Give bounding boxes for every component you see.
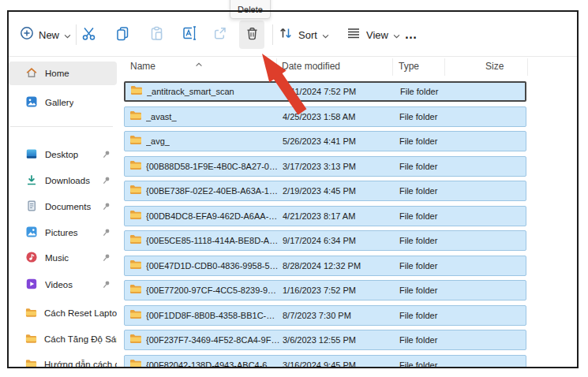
sidebar-item-label: Music — [45, 253, 69, 263]
view-button[interactable]: View — [341, 21, 405, 49]
downloads-icon — [25, 174, 38, 188]
sidebar-item-label: Downloads — [45, 176, 90, 185]
file-row[interactable]: {00E77200-97CF-4CC5-8239-99C2D7942... 1/… — [124, 280, 526, 300]
scissors-icon — [81, 26, 96, 44]
file-type: File folder — [399, 236, 437, 245]
file-row[interactable]: _avg_ 5/26/2023 4:41 PM File folder — [124, 131, 526, 151]
sort-ascending-icon — [195, 56, 203, 70]
file-name: {00E77200-97CF-4CC5-8239-99C2D7942... — [146, 286, 280, 295]
screenshot-canvas: New — [0, 0, 588, 377]
copy-button[interactable] — [110, 21, 134, 49]
file-type: File folder — [399, 311, 437, 320]
new-button[interactable]: New — [15, 21, 76, 49]
column-separator[interactable] — [527, 58, 528, 76]
sidebar-item-gallery[interactable]: Gallery — [9, 91, 117, 114]
rename-button[interactable] — [178, 21, 201, 49]
sidebar-item-folder[interactable]: Hướng dẫn cách đổ — [9, 353, 117, 368]
folder-icon — [129, 134, 142, 148]
folder-icon — [129, 259, 142, 273]
chevron-down-icon — [64, 28, 71, 42]
file-date-modified: 1/16/2023 7:52 PM — [283, 286, 356, 295]
file-type: File folder — [399, 186, 437, 196]
sidebar-item-pictures[interactable]: Pictures — [9, 221, 117, 244]
file-row[interactable]: {00F82042-138D-4943-ABC4-6BB5E9B8F... 3/… — [124, 355, 526, 369]
delete-button[interactable] — [239, 21, 264, 49]
sidebar-item-label: Cách Tăng Độ Sáng — [44, 334, 117, 344]
file-type: File folder — [399, 286, 437, 295]
folder-icon — [25, 334, 37, 345]
file-row[interactable]: {00B88D58-1F9E-4B0C-8A27-0D86849F4... 3/… — [124, 156, 526, 177]
file-name: {00BE738F-02E2-40EB-A63A-191690E61... — [146, 186, 280, 196]
file-type: File folder — [399, 136, 437, 146]
column-header-type[interactable]: Type — [399, 61, 419, 72]
folder-icon — [130, 84, 143, 99]
file-date-modified: 2/19/2023 4:45 PM — [283, 186, 356, 196]
file-row[interactable]: {00E5CE85-1118-414A-BE8D-AD441DBF... 9/1… — [124, 230, 526, 251]
file-date-modified: 5/26/2023 4:41 PM — [283, 136, 356, 146]
sidebar-item-music[interactable]: Music — [9, 246, 117, 270]
column-separator[interactable] — [444, 58, 445, 76]
paste-button[interactable] — [144, 21, 168, 49]
file-type: File folder — [400, 87, 438, 96]
column-header-date[interactable]: Date modified — [282, 61, 340, 72]
file-name: {00F237F7-3469-4F52-8CA4-9F4CFF0CB3... — [146, 335, 280, 345]
file-date-modified: 8/28/2024 12:32 PM — [283, 261, 361, 271]
sidebar-item-downloads[interactable]: Downloads — [9, 169, 117, 192]
sidebar-item-label: Videos — [45, 280, 73, 289]
column-header-size[interactable]: Size — [485, 61, 504, 72]
file-name: _antitrack_smart_scan — [147, 87, 234, 96]
sidebar-item-label: Hướng dẫn cách đổ — [44, 360, 117, 368]
file-type: File folder — [399, 335, 437, 345]
file-date-modified: 3/6/2023 12:55 PM — [283, 335, 356, 345]
file-row[interactable]: {00BE738F-02E2-40EB-A63A-191690E61... 2/… — [124, 181, 526, 201]
file-row[interactable]: {00F1DD8F-8B0B-4358-BB1C-AAC0B3BA... 8/7… — [124, 305, 526, 326]
sidebar-item-label: Home — [45, 69, 69, 78]
sort-button[interactable]: Sort — [273, 21, 334, 49]
cut-button[interactable] — [77, 21, 100, 49]
folder-icon — [129, 209, 142, 223]
pin-icon — [102, 150, 110, 161]
plus-circle-icon — [20, 26, 34, 43]
file-date-modified: 4/25/2023 1:58 AM — [283, 112, 355, 121]
file-name: {00F82042-138D-4943-ABC4-6BB5E9B8F... — [146, 360, 280, 369]
sidebar-item-desktop[interactable]: Desktop — [9, 143, 117, 166]
column-header-name[interactable]: Name — [130, 61, 155, 72]
file-row[interactable]: {00E47D1D-CDB0-4836-9958-501B7FE43... 8/… — [124, 256, 526, 276]
folder-icon — [129, 283, 142, 297]
folder-icon — [129, 184, 142, 198]
file-date-modified: 4/21/2023 8:17 AM — [283, 211, 355, 221]
delete-tooltip: Delete — [230, 0, 271, 19]
file-row[interactable]: {00F237F7-3469-4F52-8CA4-9F4CFF0CB3... 3… — [124, 330, 526, 350]
sidebar-item-videos[interactable]: Videos — [9, 273, 117, 297]
folder-icon — [129, 159, 142, 174]
sort-label: Sort — [298, 29, 317, 41]
file-name: {00E47D1D-CDB0-4836-9958-501B7FE43... — [146, 261, 280, 271]
sidebar-item-folder[interactable]: Cách Reset Laptop — [9, 301, 117, 325]
share-button[interactable] — [208, 21, 231, 49]
copy-icon — [115, 26, 130, 44]
folder-icon — [129, 308, 142, 323]
pin-icon — [102, 228, 110, 239]
pin-icon — [102, 202, 110, 213]
file-name: _avg_ — [146, 136, 170, 146]
sidebar-item-label: Gallery — [45, 98, 73, 107]
sidebar-item-folder[interactable]: Cách Tăng Độ Sáng — [9, 327, 117, 351]
file-type: File folder — [399, 360, 437, 369]
delete-tooltip-label: Delete — [238, 5, 263, 14]
folder-icon — [25, 308, 37, 319]
folder-icon — [25, 359, 37, 369]
file-name: {00B88D58-1F9E-4B0C-8A27-0D86849F4... — [146, 162, 280, 171]
sidebar-item-documents[interactable]: Documents — [9, 195, 117, 218]
sidebar-item-label: Documents — [45, 202, 91, 211]
column-separator[interactable] — [276, 58, 277, 76]
sidebar-item-home[interactable]: Home — [9, 62, 117, 85]
file-row[interactable]: _avast_ 4/25/2023 1:58 AM File folder — [124, 106, 526, 127]
explorer-window: New — [7, 10, 579, 368]
more-button[interactable]: … — [397, 21, 425, 49]
toolbar: New — [7, 10, 579, 57]
column-separator[interactable] — [392, 58, 393, 76]
file-row[interactable]: {00DB4DC8-EFA9-462D-A6AA-B8A7114F... 4/2… — [124, 206, 526, 226]
file-type: File folder — [399, 162, 437, 171]
sidebar-divider — [10, 126, 113, 127]
file-row[interactable]: _antitrack_smart_scan 6/11/2024 7:52 PM … — [124, 81, 526, 102]
